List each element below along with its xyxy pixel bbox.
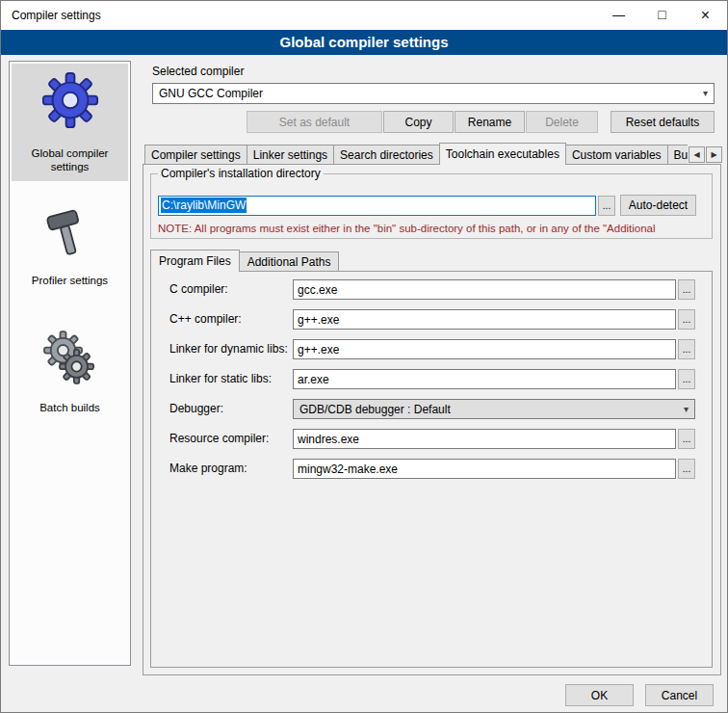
subtab-additional-paths[interactable]: Additional Paths: [239, 251, 340, 271]
copy-button[interactable]: Copy: [383, 111, 454, 133]
field-row-debugger: Debugger: GDB/CDB debugger : Default ▾: [150, 399, 713, 420]
tab-search-directories[interactable]: Search directories: [333, 145, 440, 164]
browse-button[interactable]: ...: [678, 339, 695, 359]
chevron-down-icon: ▾: [703, 84, 708, 103]
c-compiler-input[interactable]: [293, 279, 676, 300]
tab-compiler-settings[interactable]: Compiler settings: [144, 145, 247, 164]
sidebar-item-label: Profiler settings: [13, 274, 126, 287]
dialog-banner: Global compiler settings: [1, 30, 727, 55]
sidebar-item-global-compiler-settings[interactable]: Global compiler settings: [12, 64, 128, 181]
sidebar-item-batch-builds[interactable]: Batch builds: [12, 322, 128, 422]
minimize-button[interactable]: —: [597, 1, 640, 30]
compiler-select[interactable]: GNU GCC Compiler ▾: [152, 83, 715, 104]
linker-dynamic-input[interactable]: [293, 339, 676, 359]
compiler-select-value: GNU GCC Compiler: [159, 84, 263, 103]
selected-text: C:\raylib\MinGW: [161, 198, 247, 213]
cpp-compiler-input[interactable]: [293, 309, 676, 330]
linker-static-input[interactable]: [293, 369, 676, 389]
tab-scroll-buttons: ◀ ▶: [688, 146, 722, 163]
selected-compiler-label: Selected compiler: [152, 65, 244, 78]
ok-button[interactable]: OK: [565, 684, 634, 706]
field-row-cpp-compiler: C++ compiler: ...: [150, 309, 713, 330]
compiler-settings-window: Compiler settings — □ × Global compiler …: [0, 0, 728, 713]
make-program-input[interactable]: [293, 459, 676, 479]
field-row-make-program: Make program: ...: [150, 459, 713, 480]
field-label: Linker for dynamic libs:: [169, 342, 288, 356]
installation-directory-input[interactable]: C:\raylib\MinGW: [158, 196, 596, 216]
field-label: C compiler:: [169, 282, 228, 296]
sidebar: Global compiler settings Profiler settin…: [9, 61, 131, 666]
browse-button[interactable]: ...: [678, 309, 695, 330]
directory-note: NOTE: All programs must exist either in …: [158, 223, 709, 234]
close-button[interactable]: ×: [684, 1, 727, 30]
tab-build-options[interactable]: Build: [667, 145, 688, 164]
tab-linker-settings[interactable]: Linker settings: [247, 145, 334, 164]
field-label: Make program:: [169, 462, 247, 475]
hammer-icon: [13, 200, 126, 262]
directory-browse-button[interactable]: ...: [598, 196, 615, 216]
window-title: Compiler settings: [12, 1, 101, 30]
delete-button: Delete: [526, 111, 598, 133]
installation-directory-group-title: Compiler's installation directory: [158, 167, 324, 180]
sidebar-item-label: Global compiler settings: [13, 146, 126, 173]
browse-button[interactable]: ...: [678, 459, 695, 479]
titlebar[interactable]: Compiler settings — □ ×: [1, 1, 727, 30]
cancel-button[interactable]: Cancel: [645, 684, 714, 706]
field-label: C++ compiler:: [169, 312, 242, 326]
set-as-default-button: Set as default: [247, 111, 382, 133]
sidebar-item-label: Batch builds: [13, 401, 126, 414]
browse-button[interactable]: ...: [678, 279, 695, 300]
tab-scroll-right-icon[interactable]: ▶: [706, 146, 722, 163]
field-row-linker-static: Linker for static libs: ...: [150, 369, 713, 390]
field-row-linker-dynamic: Linker for dynamic libs: ...: [150, 339, 713, 360]
subtab-program-files[interactable]: Program Files: [150, 250, 240, 272]
field-row-c-compiler: C compiler: ...: [150, 279, 713, 301]
chevron-down-icon: ▾: [684, 400, 689, 419]
debugger-select[interactable]: GDB/CDB debugger : Default ▾: [293, 399, 695, 419]
auto-detect-button[interactable]: Auto-detect: [620, 195, 696, 216]
tab-scroll-left-icon[interactable]: ◀: [689, 146, 705, 163]
field-label: Linker for static libs:: [169, 372, 272, 385]
gear-icon: [13, 69, 126, 131]
resource-compiler-input[interactable]: [293, 429, 676, 449]
settings-tabstrip: Compiler settings Linker settings Search…: [144, 142, 688, 166]
field-label: Debugger:: [169, 402, 223, 415]
browse-button[interactable]: ...: [678, 369, 695, 389]
reset-defaults-button[interactable]: Reset defaults: [611, 111, 715, 133]
window-controls: — □ ×: [597, 1, 727, 30]
debugger-select-value: GDB/CDB debugger : Default: [299, 400, 451, 419]
tab-custom-variables[interactable]: Custom variables: [565, 145, 668, 164]
field-row-resource-compiler: Resource compiler: ...: [150, 429, 713, 450]
field-label: Resource compiler:: [169, 432, 269, 445]
rename-button[interactable]: Rename: [455, 111, 525, 133]
maximize-button[interactable]: □: [640, 1, 684, 30]
tab-toolchain-executables[interactable]: Toolchain executables: [439, 143, 566, 165]
sidebar-item-profiler-settings[interactable]: Profiler settings: [12, 195, 128, 295]
browse-button[interactable]: ...: [678, 429, 695, 449]
gears-icon: [13, 328, 126, 389]
executables-subtabstrip: Program Files Additional Paths: [150, 248, 458, 272]
